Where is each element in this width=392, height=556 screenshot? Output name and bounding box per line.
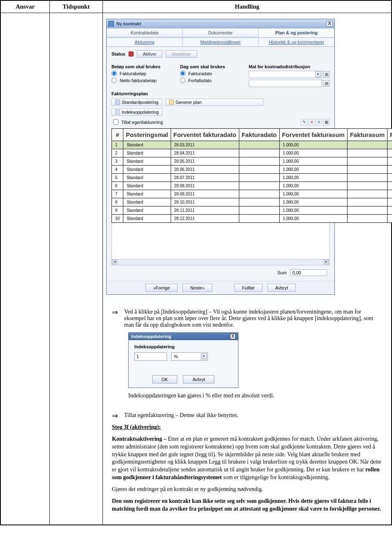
radio-fakturabelop[interactable] [111,71,117,76]
table-row[interactable]: 8Standard28.10.20111.000,00 [112,198,392,206]
para-indeks-intro: Ved å klikke på [Indeksoppdatering] – Vi… [124,309,382,328]
avbryt-button[interactable]: Avbryt [267,284,296,292]
indeks-unit-dropdown[interactable]: % ▼ [171,352,208,361]
indeksoppdatering-button[interactable]: Indeksoppdatering [111,108,163,116]
scroll-left-icon[interactable]: ◄ [112,260,118,265]
cell-handling: Ny kontrakt X Kontraktsdata Dokumenter P… [103,13,392,525]
app-icon [108,21,114,27]
arrow-icon: ⇒ [112,309,120,328]
arrow-icon: ⇒ [112,412,120,419]
generer-plan-button[interactable]: Generer plan [165,99,263,106]
cell-tidspunkt [50,13,103,525]
forrige-button[interactable]: «Forrige [145,284,178,292]
grid-header-cell[interactable]: Posteringsmal [123,129,171,141]
table-row[interactable]: 6Standard28.08.20111.000,00 [112,182,392,190]
grid-toolbar-icon-3[interactable]: ✕ [316,119,322,126]
neste-button[interactable]: Neste» [183,284,212,292]
aktiver-button[interactable]: Aktiver [137,50,163,58]
radio-forfallsdato-label: Forfallsdato [188,78,212,83]
table-row[interactable]: 4Standard28.06.20111.000,00 [112,166,392,174]
indeks-value-input[interactable] [134,352,167,361]
grid-header-cell[interactable]: Fakturanummer [387,129,392,141]
index-icon [115,110,120,114]
grid-header-cell[interactable]: Fakturadato [239,129,279,141]
mal-dropdown-2[interactable] [249,80,322,87]
indeks-unit-value: % [174,354,178,359]
tab-kontraktsdata[interactable]: Kontraktsdata [107,28,183,37]
group-mal-label: Mal for kostnadsdistribusjon [249,64,330,69]
tab-plan-postering[interactable]: Plan & og postering [258,28,334,37]
cell-ansvar [1,13,50,525]
table-row[interactable]: 1Standard28.03.20111.000,00 [112,141,392,149]
table-row[interactable]: 3Standard28.05.20111.000,00 [112,157,392,166]
tillat-egenfakturering-checkbox[interactable] [113,119,118,125]
mal-dropdown-1[interactable]: ▼ [249,71,322,78]
dlg2-title: Indeksoppdatering [131,334,230,339]
radio-fakturadato[interactable] [180,71,185,76]
mal-action-icon-2[interactable]: ▦ [323,80,330,87]
table-row[interactable]: 5Standard28.07.20111.000,00 [112,174,392,182]
status-indicator-icon [129,52,134,56]
group-dag-label: Dag som skal brukes [180,64,241,69]
sum-label: Sum [277,270,287,275]
standardpostering-button[interactable]: Standardpostering [111,99,162,106]
faktureringsplan-label: Faktureringsplan [111,91,330,96]
grid-header-cell[interactable]: Forventet fakturadato [171,129,239,141]
tab-dokumenter[interactable]: Dokumenter [183,28,258,37]
dialog-titlebar[interactable]: Ny kontrakt X [107,19,334,28]
table-row[interactable]: 7Standard28.09.20111.000,00 [112,190,392,198]
dialog-title: Ny kontrakt [116,21,326,26]
table-row[interactable]: 10Standard28.12.20111.000,00 [112,215,392,223]
grid-toolbar-icon-4[interactable]: ▦ [323,119,330,126]
tab-historikk[interactable]: Historikk & og kommentarer [258,38,334,47]
radio-netto-label: Netto fakturabeløp [120,78,157,83]
fullfor-button[interactable]: Fullfør [234,284,263,292]
dlg2-titlebar[interactable]: Indeksoppdatering X [129,333,238,340]
radio-fakturadato-label: Fakturadato [188,71,212,76]
chevron-down-icon: ▼ [201,354,207,359]
dlg2-label: Indeksoppdatering [134,344,232,349]
grid-toolbar-icon-2[interactable]: ✕ [308,119,315,126]
step3f-para1: Kontraktsaktivering – Etter at en plan e… [112,435,382,482]
gen-icon [169,100,174,105]
chevron-down-icon: ▼ [315,72,321,77]
tab-meldingsinnstillinger[interactable]: Meldingsinnstillinger [183,38,258,47]
ok-button[interactable]: OK [152,375,178,383]
header-tidspunkt: Tidspunkt [50,1,103,13]
step3f-para3: Den som registrerer en kontrakt kan ikke… [112,498,382,513]
mal-action-icon[interactable]: ▦ [323,71,330,78]
ny-kontrakt-dialog: Ny kontrakt X Kontraktsdata Dokumenter P… [106,19,335,295]
tillat-egenfakturering-label: Tillat egenfakturering [121,120,163,125]
grid-scrollbar[interactable]: ◄► [111,260,330,265]
radio-fakturabelop-label: Fakturabeløp [120,71,146,76]
close-icon[interactable]: X [230,334,236,339]
scroll-right-icon[interactable]: ► [323,260,329,265]
radio-netto[interactable] [111,78,117,83]
radio-forfallsdato[interactable] [180,78,185,83]
doc-icon [115,100,120,105]
grid-toolbar-icon-1[interactable]: ✎ [301,119,307,126]
close-icon[interactable]: X [326,21,333,27]
tab-row-1: Kontraktsdata Dokumenter Plan & og poste… [107,28,334,38]
group-belop-label: Beløp som skal brukes [111,64,172,69]
grid-header-cell[interactable]: Fakturasum [347,129,387,141]
procedure-table: Ansvar Tidspunkt Handling Ny kontrakt X … [0,0,392,525]
tab-aktivering[interactable]: Aktivering [107,38,183,47]
grid-header-cell[interactable]: Forventet fakturasum [279,129,347,141]
indeksoppdatering-dialog: Indeksoppdatering X Indeksoppdatering % … [128,332,238,388]
table-row[interactable]: 9Standard28.11.20111.000,00 [112,206,392,215]
status-label: Status [111,52,125,56]
sum-input[interactable] [290,269,327,276]
header-ansvar: Ansvar [1,1,50,13]
step3f-heading: Steg 3f (aktivering): [112,424,382,431]
deaktiver-button[interactable]: Deaktiver [166,50,197,58]
para-indeks-note: Indeksoppdateringen kan gjøres i % eller… [128,392,382,400]
grid-header-cell[interactable]: # [112,129,123,141]
avbryt-button[interactable]: Avbryt [183,375,214,383]
para-tillat: Tillat egenfakturering – Denne skal ikke… [124,412,238,419]
header-handling: Handling [103,1,392,13]
step3f-para2: Gjøres det endringer på en kontrakt er n… [112,486,382,493]
tab-row-2: Aktivering Meldingsinnstillinger Histori… [107,38,334,47]
table-row[interactable]: 2Standard28.04.20111.000,00 [112,149,392,157]
plan-grid[interactable]: #PosteringsmalForventet fakturadatoFaktu… [111,128,392,223]
